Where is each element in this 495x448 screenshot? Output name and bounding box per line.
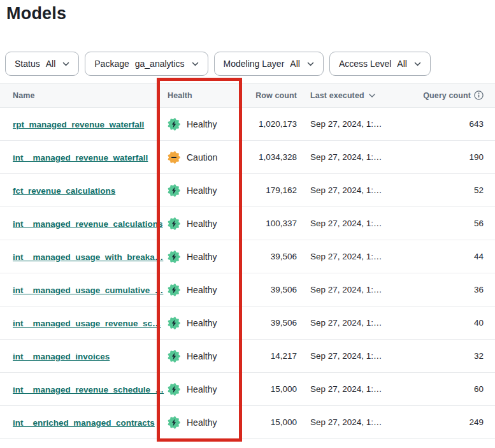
health-label: Healthy bbox=[187, 351, 217, 361]
health-status-icon bbox=[168, 184, 180, 197]
chevron-down-icon bbox=[307, 62, 314, 66]
filter-package-value: ga_analytics bbox=[135, 59, 185, 69]
table-row: int__managed_invoices Healthy 14,217 Sep… bbox=[0, 340, 495, 373]
model-name-link[interactable]: int__managed_usage_cumulative_… bbox=[13, 285, 163, 295]
row-count-value: 15,000 bbox=[242, 417, 298, 427]
last-executed-value: Sep 27, 2024, 1:… bbox=[298, 119, 407, 129]
query-count-value: 56 bbox=[407, 219, 495, 228]
filter-modeling-layer-label: Modeling Layer bbox=[224, 59, 285, 69]
filter-status-value: All bbox=[46, 59, 56, 69]
health-label: Healthy bbox=[187, 384, 217, 394]
last-executed-value: Sep 27, 2024, 1:… bbox=[298, 219, 407, 228]
table-body: rpt_managed_revenue_waterfall Healthy 1,… bbox=[0, 108, 495, 439]
models-table: Name Health Row count Last executed Quer… bbox=[0, 83, 495, 439]
column-header-last-executed-label: Last executed bbox=[310, 91, 364, 100]
filter-bar: Status All Package ga_analytics Modeling… bbox=[5, 52, 431, 76]
filter-package[interactable]: Package ga_analytics bbox=[85, 52, 208, 76]
last-executed-value: Sep 27, 2024, 1:… bbox=[298, 185, 407, 195]
chevron-down-icon bbox=[414, 62, 421, 66]
column-header-health: Health bbox=[157, 91, 242, 100]
health-status-icon bbox=[168, 250, 180, 263]
query-count-value: 40 bbox=[407, 318, 495, 328]
model-name-link[interactable]: int__managed_invoices bbox=[13, 352, 110, 361]
model-name-link[interactable]: int__managed_usage_revenue_sc… bbox=[13, 319, 161, 328]
row-count-value: 1,034,328 bbox=[242, 152, 298, 162]
query-count-value: 60 bbox=[407, 384, 495, 394]
model-name-link[interactable]: int__managed_revenue_calculations bbox=[13, 219, 163, 229]
table-row: int__managed_revenue_calculations Health… bbox=[0, 207, 495, 240]
health-label: Healthy bbox=[187, 417, 217, 428]
health-cell: Healthy bbox=[157, 284, 242, 296]
model-name-link[interactable]: int__managed_usage_with_breaka… bbox=[13, 252, 163, 262]
column-header-name: Name bbox=[0, 91, 157, 100]
last-executed-value: Sep 27, 2024, 1:… bbox=[298, 285, 407, 294]
health-cell: Healthy bbox=[157, 383, 242, 396]
health-cell: Healthy bbox=[157, 317, 242, 329]
health-label: Healthy bbox=[187, 119, 217, 129]
models-page: Models Status All Package ga_analytics M… bbox=[0, 0, 495, 448]
model-name-link[interactable]: int__managed_revenue_schedule_… bbox=[13, 385, 164, 394]
chevron-down-icon bbox=[192, 62, 199, 66]
filter-modeling-layer[interactable]: Modeling Layer All bbox=[214, 52, 324, 76]
health-cell: Healthy bbox=[157, 217, 242, 230]
filter-package-label: Package bbox=[94, 59, 129, 69]
model-name-link[interactable]: rpt_managed_revenue_waterfall bbox=[13, 120, 144, 129]
query-count-value: 32 bbox=[407, 351, 495, 361]
sort-chevron-icon bbox=[369, 94, 375, 98]
health-status-icon bbox=[168, 118, 180, 131]
model-name-link[interactable]: fct_revenue_calculations bbox=[13, 186, 115, 196]
model-name-link[interactable]: int__enriched_managed_contracts bbox=[13, 418, 155, 428]
health-cell: Caution bbox=[157, 151, 242, 164]
row-count-value: 39,506 bbox=[242, 252, 298, 261]
last-executed-value: Sep 27, 2024, 1:… bbox=[298, 152, 407, 162]
table-row: int__managed_usage_cumulative_… Healthy … bbox=[0, 273, 495, 307]
row-count-value: 14,217 bbox=[242, 351, 298, 361]
health-label: Healthy bbox=[187, 252, 217, 262]
health-status-icon bbox=[168, 284, 180, 296]
chevron-down-icon bbox=[62, 62, 69, 66]
filter-access-level-value: All bbox=[397, 59, 407, 69]
table-row: int__managed_revenue_waterfall Caution 1… bbox=[0, 141, 495, 174]
row-count-value: 39,506 bbox=[242, 285, 298, 294]
query-count-value: 44 bbox=[407, 252, 495, 261]
last-executed-value: Sep 27, 2024, 1:… bbox=[298, 417, 407, 427]
table-header-row: Name Health Row count Last executed Quer… bbox=[0, 83, 495, 108]
column-header-last-executed[interactable]: Last executed bbox=[298, 91, 407, 100]
table-row: int__managed_usage_revenue_sc… Healthy 3… bbox=[0, 307, 495, 340]
health-cell: Healthy bbox=[157, 350, 242, 363]
health-status-icon bbox=[168, 217, 180, 230]
table-row: fct_revenue_calculations Healthy 179,162… bbox=[0, 174, 495, 207]
health-cell: Healthy bbox=[157, 118, 242, 131]
query-count-value: 36 bbox=[407, 285, 495, 294]
query-count-value: 52 bbox=[407, 185, 495, 195]
table-row: int__managed_usage_with_breaka… Healthy … bbox=[0, 240, 495, 273]
health-status-icon bbox=[168, 317, 180, 329]
health-label: Caution bbox=[187, 152, 217, 163]
row-count-value: 39,506 bbox=[242, 318, 298, 328]
health-label: Healthy bbox=[187, 185, 217, 196]
last-executed-value: Sep 27, 2024, 1:… bbox=[298, 252, 407, 261]
health-label: Healthy bbox=[187, 318, 217, 328]
health-label: Healthy bbox=[187, 285, 217, 295]
health-status-icon bbox=[168, 416, 180, 429]
row-count-value: 179,162 bbox=[242, 185, 298, 195]
filter-status[interactable]: Status All bbox=[5, 52, 79, 76]
column-header-row-count: Row count bbox=[242, 91, 298, 100]
filter-modeling-layer-value: All bbox=[290, 59, 300, 69]
model-name-link[interactable]: int__managed_revenue_waterfall bbox=[13, 153, 148, 163]
last-executed-value: Sep 27, 2024, 1:… bbox=[298, 351, 407, 361]
column-header-query-count-label: Query count bbox=[423, 91, 471, 100]
filter-status-label: Status bbox=[15, 59, 40, 69]
health-cell: Healthy bbox=[157, 416, 242, 429]
filter-access-level[interactable]: Access Level All bbox=[329, 52, 431, 76]
health-cell: Healthy bbox=[157, 184, 242, 197]
info-icon[interactable] bbox=[474, 90, 484, 100]
row-count-value: 100,337 bbox=[242, 219, 298, 228]
filter-access-level-label: Access Level bbox=[339, 59, 391, 69]
health-status-icon bbox=[168, 151, 180, 164]
row-count-value: 1,020,173 bbox=[242, 119, 298, 129]
column-header-query-count: Query count bbox=[407, 90, 495, 100]
health-status-icon bbox=[168, 383, 180, 396]
health-status-icon bbox=[168, 350, 180, 363]
table-row: int__enriched_managed_contracts Healthy … bbox=[0, 406, 495, 439]
